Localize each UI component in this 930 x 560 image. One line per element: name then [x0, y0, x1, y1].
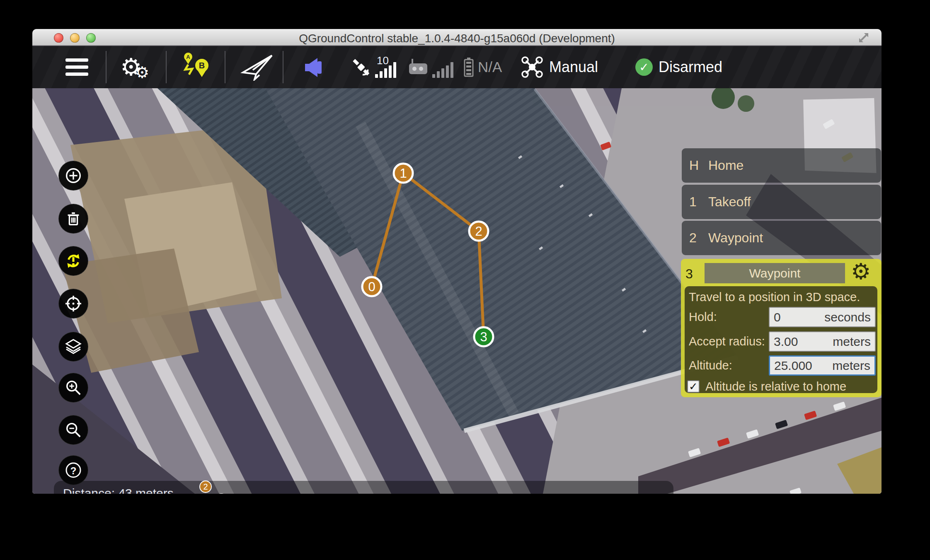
arm-status-button[interactable]: ✓ Disarmed	[635, 46, 722, 88]
mission-item-takeoff[interactable]: 1 Takeoff	[682, 185, 881, 219]
mission-stats-text: Distance: 43 meters Alt diff: -10 meters…	[63, 487, 174, 494]
battery-status[interactable]: N/A	[462, 46, 502, 88]
sync-mission-button[interactable]	[58, 246, 88, 276]
waypoint-label: 1	[400, 166, 407, 181]
battery-icon	[462, 57, 475, 77]
battery-value: N/A	[478, 59, 502, 75]
altitude-unit: meters	[832, 359, 870, 373]
relative-altitude-label: Altitude is relative to home	[705, 380, 846, 393]
altitude-input[interactable]: 25.000 meters	[769, 355, 876, 376]
main-toolbar: ⚙ ⚙ A B	[32, 46, 882, 88]
mission-item-home[interactable]: H Home	[682, 148, 881, 183]
altitude-value: 25.000	[774, 359, 812, 373]
layers-icon	[63, 337, 83, 357]
rc-status[interactable]	[407, 46, 453, 88]
accept-radius-value: 3.00	[774, 335, 798, 349]
waypoint-editor-panel: 3 Waypoint ⚙ Travel to a position in 3D …	[681, 259, 882, 397]
waypoint-label: 3	[480, 330, 487, 344]
waypoint-label: 0	[368, 280, 375, 294]
waypoint-description: Travel to a position in 3D space.	[689, 290, 860, 304]
profile-marker-3: 3	[215, 493, 228, 494]
hold-value: 0	[774, 310, 781, 324]
waypoint-editor-index: 3	[685, 266, 693, 282]
mission-item-waypoint-2[interactable]: 2 Waypoint	[682, 221, 881, 255]
zoom-in-icon	[64, 378, 83, 397]
paper-plane-icon	[240, 53, 274, 81]
qgroundcontrol-window: QGroundControl stable_1.0.4-4840-g15a060…	[32, 29, 882, 494]
audio-mute-button[interactable]	[303, 46, 326, 88]
gps-status[interactable]: 10	[350, 46, 396, 88]
center-map-button[interactable]	[58, 289, 88, 319]
waypoint-settings-gear-icon[interactable]: ⚙	[851, 261, 871, 283]
svg-text:B: B	[199, 61, 205, 70]
gps-count: 10	[377, 54, 389, 67]
trash-icon	[64, 209, 83, 228]
title-bar: QGroundControl stable_1.0.4-4840-g15a060…	[32, 29, 882, 46]
accept-radius-input[interactable]: 3.00 meters	[769, 331, 876, 352]
hold-input[interactable]: 0 seconds	[769, 307, 876, 327]
add-waypoint-button[interactable]	[58, 161, 88, 191]
altitude-label: Altitude:	[689, 355, 732, 376]
map-waypoint-2[interactable]: 2	[469, 222, 488, 241]
mission-item-index: H	[689, 158, 708, 173]
mission-item-index: 1	[689, 194, 708, 210]
window-title: QGroundControl stable_1.0.4-4840-g15a060…	[32, 32, 882, 45]
fly-button[interactable]	[240, 46, 274, 88]
hold-unit: seconds	[824, 310, 871, 324]
flight-mode-button[interactable]: Manual	[521, 46, 598, 88]
zoom-in-button[interactable]	[58, 373, 88, 403]
toolbar-separator	[225, 51, 225, 83]
flight-mode-label: Manual	[549, 58, 598, 76]
rc-controller-icon	[407, 58, 429, 77]
delete-waypoint-button[interactable]	[58, 204, 88, 234]
toolbar-separator	[166, 51, 167, 83]
arm-status-label: Disarmed	[659, 58, 722, 76]
toolbar-separator	[283, 51, 283, 83]
accept-radius-label: Accept radius:	[689, 331, 765, 352]
armed-check-icon: ✓	[635, 58, 653, 76]
svg-text:?: ?	[70, 465, 77, 476]
sync-alert-icon	[63, 251, 84, 271]
zoom-out-button[interactable]	[58, 415, 88, 445]
zoom-out-icon	[64, 420, 83, 439]
mission-item-label: Waypoint	[708, 230, 763, 246]
accept-radius-unit: meters	[833, 335, 871, 349]
toolbar-separator	[106, 51, 107, 83]
map-waypoint-1[interactable]: 1	[394, 164, 413, 183]
waypoint-label: 2	[475, 224, 482, 239]
megaphone-icon	[303, 56, 326, 79]
help-icon: ?	[63, 460, 83, 480]
multirotor-icon	[521, 56, 543, 78]
gears-icon-small: ⚙	[135, 65, 149, 80]
setup-button[interactable]: ⚙ ⚙	[120, 46, 149, 88]
plan-button[interactable]: A B	[180, 46, 213, 88]
satellite-icon	[350, 56, 372, 78]
waypoint-editor-body: Travel to a position in 3D space. Hold: …	[685, 286, 877, 393]
menu-button[interactable]	[65, 46, 88, 88]
mission-item-index: 2	[689, 230, 708, 246]
distance-text: Distance: 43 meters	[63, 487, 174, 494]
map-waypoint-3[interactable]: 3	[474, 327, 493, 346]
hamburger-icon	[65, 58, 88, 76]
mission-item-label: Takeoff	[708, 194, 751, 210]
fullscreen-icon[interactable]	[857, 31, 870, 44]
map-waypoint-0[interactable]: 0	[362, 277, 381, 296]
svg-text:A: A	[186, 54, 190, 60]
hold-label: Hold:	[689, 307, 717, 327]
profile-marker-2: 2	[199, 480, 212, 493]
crosshair-icon	[63, 294, 83, 314]
map-layers-button[interactable]	[58, 332, 88, 362]
waypoint-type-selector[interactable]: Waypoint	[705, 263, 845, 283]
mission-item-label: Home	[708, 158, 744, 173]
map-area: 0 1 2 3	[32, 88, 882, 494]
relative-altitude-checkbox[interactable]: ✓	[687, 380, 700, 393]
add-icon	[64, 166, 83, 185]
plan-route-icon: A B	[180, 51, 213, 84]
rc-signal-bars	[432, 62, 453, 78]
mission-stats-overlay: Distance: 43 meters Alt diff: -10 meters…	[54, 481, 673, 494]
